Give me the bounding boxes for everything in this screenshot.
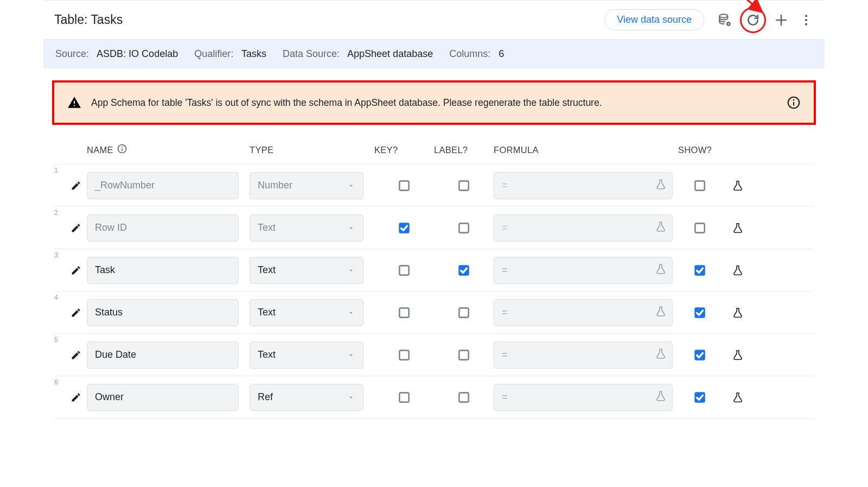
label-checkbox[interactable]	[434, 179, 494, 193]
column-name-input[interactable]: Task	[87, 257, 239, 284]
column-name-input[interactable]: Row ID	[87, 214, 239, 242]
chevron-down-icon	[347, 393, 355, 402]
show-flask-button[interactable]	[722, 222, 754, 234]
column-name-input[interactable]: Due Date	[87, 341, 239, 369]
name-help-icon[interactable]	[117, 143, 127, 156]
show-checkbox[interactable]	[678, 221, 722, 235]
refresh-icon[interactable]	[745, 12, 761, 28]
flask-icon[interactable]	[655, 178, 667, 193]
edit-row-button[interactable]	[65, 223, 87, 233]
label-checkbox[interactable]	[434, 221, 494, 235]
row-number: 3	[54, 251, 65, 259]
flask-icon[interactable]	[655, 305, 667, 320]
svg-rect-20	[399, 265, 409, 275]
svg-rect-27	[459, 350, 468, 359]
table-info-strip: Source: ASDB: IO Codelab Qualifier: Task…	[43, 40, 825, 68]
table-row: 6OwnerRef=	[54, 376, 814, 419]
header-key: KEY?	[374, 145, 434, 155]
add-icon[interactable]	[774, 12, 789, 28]
row-number: 6	[54, 378, 65, 386]
svg-point-10	[793, 99, 795, 101]
column-type-select[interactable]: Number	[250, 172, 363, 199]
column-name-input[interactable]: Status	[87, 299, 239, 326]
table-row: 1_RowNumberNumber=	[54, 165, 814, 207]
edit-row-button[interactable]	[65, 180, 87, 191]
key-checkbox[interactable]	[374, 221, 434, 235]
column-type-select[interactable]: Text	[250, 214, 363, 242]
svg-point-7	[805, 23, 807, 25]
formula-input[interactable]: =	[494, 214, 673, 242]
flask-icon[interactable]	[655, 390, 667, 404]
view-data-source-button[interactable]: View data source	[604, 9, 704, 30]
label-checkbox[interactable]	[434, 348, 494, 362]
source-value: ASDB: IO Codelab	[97, 48, 178, 59]
svg-point-2	[727, 22, 730, 25]
show-checkbox[interactable]	[678, 306, 722, 320]
key-checkbox[interactable]	[374, 348, 434, 362]
datasource-label: Data Source:	[283, 48, 340, 59]
page-title: Table: Tasks	[54, 12, 123, 27]
show-flask-button[interactable]	[722, 349, 754, 361]
header-label: LABEL?	[434, 145, 494, 155]
chevron-down-icon	[347, 266, 355, 275]
source-label: Source:	[55, 48, 89, 59]
show-flask-button[interactable]	[722, 307, 754, 319]
column-name-input[interactable]: _RowNumber	[87, 172, 239, 199]
svg-rect-26	[399, 350, 409, 359]
show-flask-button[interactable]	[722, 264, 754, 276]
header-formula: FORMULA	[494, 145, 678, 155]
svg-rect-16	[695, 181, 704, 190]
show-checkbox[interactable]	[678, 348, 722, 362]
svg-rect-15	[459, 181, 468, 190]
columns-count-label: Columns:	[449, 48, 490, 59]
key-checkbox[interactable]	[374, 390, 434, 404]
column-type-select[interactable]: Text	[250, 257, 363, 284]
formula-input[interactable]: =	[494, 172, 673, 199]
show-checkbox[interactable]	[678, 263, 722, 277]
flask-icon[interactable]	[655, 220, 667, 235]
column-type-select[interactable]: Text	[250, 299, 363, 326]
row-number: 5	[54, 336, 65, 344]
show-checkbox[interactable]	[678, 179, 722, 193]
edit-row-button[interactable]	[65, 392, 87, 403]
show-flask-button[interactable]	[722, 180, 754, 192]
flask-icon[interactable]	[655, 347, 667, 362]
warning-message: App Schema for table 'Tasks' is out of s…	[91, 97, 777, 109]
header-show: SHOW?	[678, 145, 722, 155]
chevron-down-icon	[347, 224, 355, 232]
info-icon[interactable]	[787, 96, 801, 110]
edit-row-button[interactable]	[65, 307, 87, 318]
label-checkbox[interactable]	[434, 390, 494, 404]
row-number: 4	[54, 294, 65, 301]
row-number: 2	[54, 209, 65, 217]
column-name-input[interactable]: Owner	[87, 384, 239, 411]
columns-count-value: 6	[499, 48, 504, 59]
table-row: 2Row IDText=	[54, 207, 814, 249]
show-checkbox[interactable]	[678, 390, 722, 404]
edit-row-button[interactable]	[65, 350, 87, 360]
flask-icon[interactable]	[655, 263, 667, 277]
chevron-down-icon	[347, 351, 355, 359]
more-vert-icon[interactable]	[799, 12, 814, 28]
formula-input[interactable]: =	[494, 257, 673, 284]
key-checkbox[interactable]	[374, 263, 434, 277]
row-number: 1	[54, 167, 65, 174]
column-type-select[interactable]: Text	[250, 341, 363, 369]
formula-input[interactable]: =	[494, 341, 673, 369]
svg-rect-24	[459, 308, 468, 317]
header-type: TYPE	[250, 145, 374, 155]
refresh-highlight-circle	[740, 7, 766, 33]
database-settings-icon[interactable]	[717, 12, 732, 28]
show-flask-button[interactable]	[722, 391, 754, 403]
key-checkbox[interactable]	[374, 179, 434, 193]
label-checkbox[interactable]	[434, 306, 494, 320]
formula-input[interactable]: =	[494, 384, 673, 411]
key-checkbox[interactable]	[374, 306, 434, 320]
edit-row-button[interactable]	[65, 265, 87, 276]
table-row: 3TaskText=	[54, 249, 814, 292]
svg-rect-19	[695, 223, 704, 232]
formula-input[interactable]: =	[494, 299, 673, 326]
label-checkbox[interactable]	[434, 263, 494, 277]
column-type-select[interactable]: Ref	[250, 384, 363, 411]
columns-header-row: NAME TYPE KEY? LABEL? FORMULA SHOW?	[54, 134, 814, 165]
